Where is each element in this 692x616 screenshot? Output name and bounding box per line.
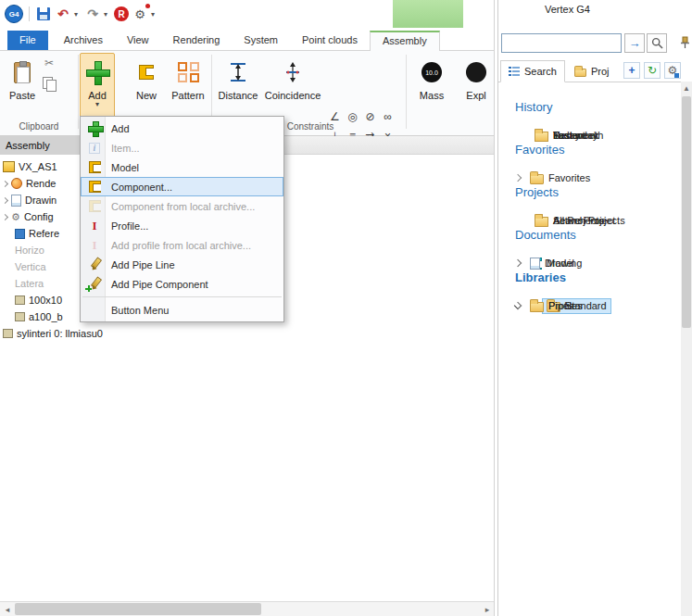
assembly-tree-item-drawin[interactable]: Drawin xyxy=(3,192,57,208)
pattern-button[interactable]: Pattern xyxy=(167,53,209,118)
add-button[interactable]: Add ▾ xyxy=(80,53,115,118)
scroll-right-arrow-icon[interactable]: ▸ xyxy=(480,602,495,616)
horizontal-scrollbar-thumb[interactable] xyxy=(15,603,261,615)
customize-gear-icon[interactable]: ⚙ xyxy=(132,5,148,23)
quick-access-dropdown[interactable]: ▾ xyxy=(151,10,158,19)
menu-item-item[interactable]: iItem... xyxy=(81,138,283,157)
menu-item-profile[interactable]: IProfile... xyxy=(81,216,283,235)
ribbon-tab-view[interactable]: View xyxy=(115,30,161,50)
save-button[interactable] xyxy=(35,5,52,23)
assembly-tree-item-config[interactable]: ⚙Config xyxy=(3,208,54,225)
assembly-panel-tab[interactable]: Assembly xyxy=(0,136,82,155)
new-button[interactable]: New xyxy=(128,53,165,118)
add-plus-icon xyxy=(85,60,109,84)
copy-icon xyxy=(43,77,56,90)
tree-item-content: Pipes xyxy=(525,298,579,314)
model-icon xyxy=(89,161,101,173)
scroll-left-arrow-icon[interactable]: ◂ xyxy=(0,602,15,616)
section-header-history[interactable]: History xyxy=(515,100,552,114)
expand-chevron-icon[interactable] xyxy=(514,259,522,267)
expand-chevron-icon[interactable] xyxy=(2,180,8,186)
group-separator xyxy=(78,55,79,129)
tree-item-label: Pipes xyxy=(548,300,574,311)
component-icon xyxy=(89,181,101,193)
menu-item-icon-cell: I xyxy=(86,219,103,233)
assembly-tree-item-latera[interactable]: Latera xyxy=(3,275,44,292)
tree-item-label: VX_AS1 xyxy=(19,161,57,172)
undo-dropdown[interactable]: ▾ xyxy=(74,10,82,19)
copy-button[interactable] xyxy=(41,75,57,92)
assembly-tree-item-refere[interactable]: Refere xyxy=(3,225,59,242)
expand-chevron-icon[interactable] xyxy=(514,302,522,309)
menu-item-label: Component... xyxy=(111,182,172,193)
assembly-tree-item-rende[interactable]: Rende xyxy=(3,175,56,192)
section-header-favorites[interactable]: Favorites xyxy=(515,143,564,157)
assembly-tree-item-horizo[interactable]: Horizo xyxy=(3,242,44,258)
ribbon-tab-archives[interactable]: Archives xyxy=(52,30,115,50)
expand-chevron-icon[interactable] xyxy=(2,213,8,220)
vertex-logo[interactable]: G4 xyxy=(5,5,23,23)
assembly-tree-item-a100-b[interactable]: a100_b xyxy=(3,308,63,325)
menu-item-add[interactable]: Add xyxy=(81,119,283,138)
menu-item-add-pipe-line[interactable]: Add Pipe Line xyxy=(81,255,283,274)
menu-item-add-profile-from-local-archive[interactable]: IAdd profile from local archive... xyxy=(81,235,283,255)
menu-item-button-menu[interactable]: Button Menu xyxy=(81,300,283,320)
redo-button[interactable]: ↷ xyxy=(84,5,101,23)
assembly-tree-item-100x10[interactable]: 100x10 xyxy=(3,292,62,308)
coincidence-button[interactable]: Coincidence xyxy=(263,53,322,118)
group-separator xyxy=(406,55,407,129)
mass-label: Mass xyxy=(420,90,444,101)
expand-chevron-icon[interactable] xyxy=(2,196,8,203)
save-icon xyxy=(37,7,50,20)
menu-item-model[interactable]: Model xyxy=(81,157,283,177)
tree-item-last-month[interactable]: Last month xyxy=(515,126,608,145)
tree-item-drawing[interactable]: Drawing xyxy=(515,254,586,272)
menu-item-component[interactable]: Component... xyxy=(81,177,283,196)
redo-dropdown[interactable]: ▾ xyxy=(104,10,111,19)
section-header-documents[interactable]: Documents xyxy=(515,228,576,242)
distance-button[interactable]: Distance xyxy=(215,53,261,118)
ribbon-tab-rendering[interactable]: Rendering xyxy=(161,30,233,50)
vertical-scrollbar[interactable]: ▲ xyxy=(681,82,692,616)
assembly-tree-item-vertica[interactable]: Vertica xyxy=(3,258,46,275)
main-window: G4 ↶ ▾ ↷ ▾ R ⚙ ▾ FileArchivesViewRenderi… xyxy=(0,0,495,616)
undo-button[interactable]: ↶ xyxy=(55,5,71,23)
menu-item-label: Add profile from local archive... xyxy=(111,240,251,251)
assembly-tree-item-vx-as1[interactable]: VX_AS1 xyxy=(3,158,57,175)
tree-item-label: sylinteri 0: llmiasu0 xyxy=(17,328,103,339)
tree-item-all-projects[interactable]: All Projects xyxy=(515,211,609,230)
ribbon-tab-system[interactable]: System xyxy=(232,30,290,50)
quick-access-toolbar: G4 ↶ ▾ ↷ ▾ R ⚙ ▾ xyxy=(0,0,494,28)
tree-item-label: 100x10 xyxy=(29,295,62,306)
assembly-tree-item-sylinteri-0-llmiasu0[interactable]: sylinteri 0: llmiasu0 xyxy=(3,325,103,342)
pipe-line-icon xyxy=(88,258,101,271)
vertical-scrollbar-thumb[interactable] xyxy=(682,96,691,328)
scroll-up-arrow-icon[interactable]: ▲ xyxy=(681,82,692,94)
horizontal-scrollbar[interactable]: ◂ ▸ xyxy=(0,601,495,616)
section-header-libraries[interactable]: Libraries xyxy=(515,270,566,284)
mass-button[interactable]: 10.0 Mass xyxy=(413,53,450,118)
separator xyxy=(29,6,30,21)
distance-label: Distance xyxy=(219,90,258,101)
plus-badge-icon xyxy=(85,285,92,292)
ribbon-tab-file[interactable]: File xyxy=(7,31,48,50)
ribbon-tab-point-clouds[interactable]: Point clouds xyxy=(290,30,370,50)
menu-item-add-pipe-component[interactable]: Add Pipe Component xyxy=(81,274,283,294)
menu-item-label: Add Pipe Component xyxy=(111,279,208,290)
menu-item-icon-cell xyxy=(86,200,103,212)
recent-r-badge[interactable]: R xyxy=(114,6,129,21)
paste-button[interactable]: Paste xyxy=(4,53,41,118)
section-header-projects[interactable]: Projects xyxy=(515,185,559,199)
expand-chevron-icon[interactable] xyxy=(514,174,522,182)
context-tab-highlight xyxy=(393,0,463,28)
tree-item-favorites[interactable]: Favorites xyxy=(515,169,595,187)
tree-item-label: Drawing xyxy=(545,258,582,269)
tree-item-label: All Projects xyxy=(553,215,604,226)
explode-label: Expl xyxy=(466,90,485,101)
ribbon-tab-assembly[interactable]: Assembly xyxy=(370,31,440,51)
part-icon xyxy=(3,329,13,338)
menu-item-component-from-local-archive[interactable]: Component from local archive... xyxy=(81,196,283,216)
cut-button[interactable]: ✂ xyxy=(41,55,57,71)
tree-item-pipes[interactable]: Pipes xyxy=(515,296,579,315)
explode-button[interactable]: Expl xyxy=(456,53,495,118)
